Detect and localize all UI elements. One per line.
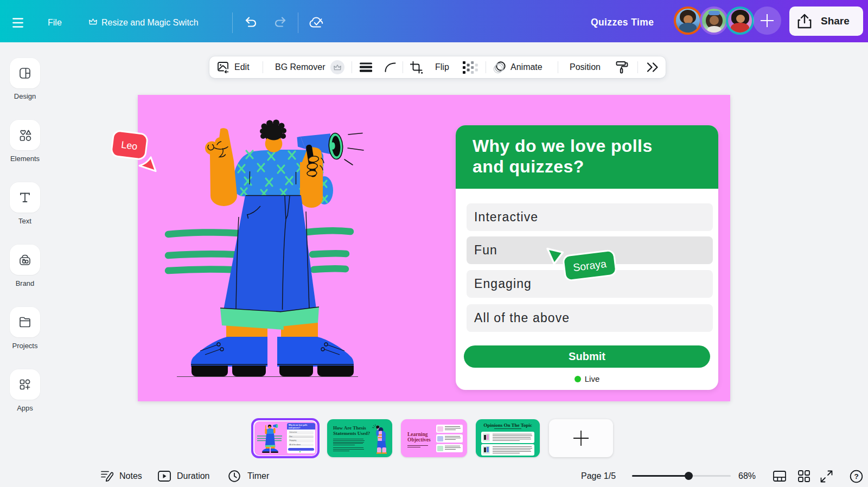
svg-text:?: ? [854,472,858,480]
svg-text:Leo: Leo [120,139,138,152]
